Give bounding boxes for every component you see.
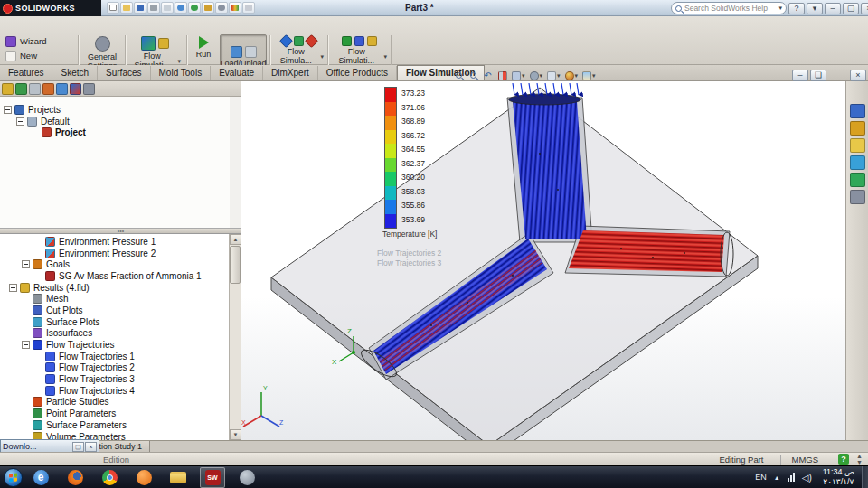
- collapse-icon[interactable]: [9, 284, 17, 292]
- section-view-icon[interactable]: [495, 69, 509, 82]
- view-palette-icon[interactable]: [850, 173, 865, 187]
- flow-tools-group[interactable]: Flow Simulati...▾: [331, 36, 387, 66]
- taskbar-chrome-icon[interactable]: [97, 467, 122, 488]
- options-icon[interactable]: [215, 2, 228, 14]
- tree-row[interactable]: Default: [0, 116, 230, 127]
- tree-row[interactable]: Project: [0, 127, 230, 138]
- tree-row[interactable]: Environment Pressure 2: [0, 248, 230, 259]
- help-button[interactable]: ?: [788, 3, 805, 14]
- tree-row[interactable]: Flow Trajectories 1: [0, 351, 230, 362]
- apply-scene-icon[interactable]: ▾: [580, 69, 598, 82]
- new-document-icon[interactable]: [107, 2, 119, 14]
- search-dropdown-icon[interactable]: ▾: [778, 5, 782, 12]
- previous-view-icon[interactable]: ↶: [481, 69, 495, 82]
- panel-splitter[interactable]: •••: [0, 228, 241, 234]
- undo-icon[interactable]: [175, 2, 187, 14]
- collapse-icon[interactable]: [22, 341, 30, 349]
- taskbar-settings-icon[interactable]: [234, 467, 259, 488]
- tree-row[interactable]: Goals: [0, 258, 230, 270]
- quick-tips-icon[interactable]: ?: [838, 454, 849, 465]
- hide-panel-tab-icon[interactable]: [83, 83, 95, 95]
- start-button[interactable]: [4, 468, 23, 487]
- zoom-area-icon[interactable]: [467, 69, 480, 82]
- tree-row[interactable]: SG Av Mass Fraction of Ammonia 1: [0, 270, 230, 282]
- tree-scrollbar[interactable]: ▲ ▼: [229, 234, 241, 440]
- tree-row[interactable]: Particle Studies: [0, 397, 230, 408]
- taskbar-firefox-icon[interactable]: [62, 467, 88, 488]
- graphics-area[interactable]: 373.23371.06 368.89366.72 364.55362.37 3…: [241, 81, 845, 440]
- tree-row[interactable]: Flow Trajectories 3: [0, 373, 230, 385]
- hide-show-items-icon[interactable]: ▾: [545, 69, 562, 82]
- collapse-icon[interactable]: [16, 117, 24, 126]
- design-library-icon[interactable]: [850, 121, 865, 136]
- display-style-icon[interactable]: ▾: [528, 69, 545, 82]
- zoom-fit-icon[interactable]: [452, 69, 466, 82]
- tree-row[interactable]: Flow Trajectories: [0, 339, 230, 351]
- file-explorer-icon[interactable]: [850, 138, 865, 153]
- scroll-down-icon[interactable]: ▼: [230, 429, 241, 440]
- open-icon[interactable]: [120, 2, 133, 14]
- tab-surfaces[interactable]: Surfaces: [98, 66, 150, 80]
- feature-manager-tab-icon[interactable]: [2, 83, 14, 95]
- tree-row[interactable]: Environment Pressure 1: [0, 236, 230, 248]
- save-icon[interactable]: [134, 2, 146, 14]
- taskbar-clock[interactable]: 11:34 ص ٢٠١٣/١/٧: [823, 467, 854, 487]
- file-properties-icon[interactable]: [202, 2, 214, 14]
- view-orientation-icon[interactable]: ▾: [510, 69, 527, 82]
- minimize-button[interactable]: –: [825, 3, 841, 14]
- tree-row[interactable]: Projects: [0, 104, 230, 116]
- print-icon[interactable]: [147, 2, 160, 14]
- tree-row[interactable]: Surface Parameters: [0, 419, 230, 431]
- taskbar-explorer-icon[interactable]: [165, 467, 191, 488]
- tree-row[interactable]: Cut Plots: [0, 305, 230, 316]
- appearances-pane-icon[interactable]: [850, 190, 865, 204]
- edit-appearance-icon[interactable]: ▾: [563, 69, 580, 82]
- download-restore-icon[interactable]: ❏: [72, 442, 84, 452]
- tab-sketch[interactable]: Sketch: [52, 66, 98, 80]
- taskbar-ie-icon[interactable]: e: [28, 467, 53, 488]
- flow-results-group[interactable]: Flow Simula...▾: [273, 36, 324, 66]
- resources-icon[interactable]: [850, 104, 865, 118]
- doc-restore-icon[interactable]: ❏: [810, 70, 826, 81]
- tree-row[interactable]: Surface Plots: [0, 316, 230, 328]
- tab-dimxpert[interactable]: DimXpert: [263, 66, 318, 80]
- doc-minimize-icon[interactable]: –: [792, 70, 808, 81]
- display-manager-tab-icon[interactable]: [56, 83, 68, 95]
- download-close-icon[interactable]: ×: [85, 442, 97, 452]
- options-dropdown-button[interactable]: ▾: [807, 3, 823, 14]
- taskbar-media-player-icon[interactable]: [131, 467, 156, 488]
- configuration-manager-tab-icon[interactable]: [29, 83, 41, 95]
- taskbar-solidworks-icon[interactable]: SW: [200, 467, 225, 488]
- tree-row[interactable]: Results (4.fld): [0, 282, 230, 294]
- language-indicator[interactable]: EN: [755, 473, 767, 482]
- expand-toolbar-icon[interactable]: [242, 2, 255, 14]
- search-input[interactable]: Search SolidWorks Help ▾: [671, 2, 787, 14]
- units-indicator[interactable]: MMGS: [780, 455, 819, 465]
- collapse-icon[interactable]: [22, 260, 30, 268]
- tree-row[interactable]: Mesh: [0, 293, 230, 305]
- property-manager-tab-icon[interactable]: [15, 83, 27, 95]
- tree-row[interactable]: Point Parameters: [0, 408, 230, 419]
- tab-mold-tools[interactable]: Mold Tools: [151, 66, 212, 80]
- tree-row[interactable]: Isosurfaces: [0, 328, 230, 340]
- search-pane-icon[interactable]: [850, 155, 865, 170]
- close-button[interactable]: ×: [861, 3, 868, 14]
- tree-row[interactable]: Flow Trajectories 4: [0, 385, 230, 397]
- tab-features[interactable]: Features: [0, 66, 52, 80]
- run-button[interactable]: Run: [190, 36, 217, 60]
- flow-simulation-tree-tab-icon[interactable]: [70, 83, 81, 95]
- rebuild-icon[interactable]: [188, 2, 201, 14]
- network-icon[interactable]: [788, 473, 795, 482]
- tree-row[interactable]: Flow Trajectories 2: [0, 362, 230, 374]
- dimxpert-manager-tab-icon[interactable]: [42, 83, 54, 95]
- wizard-button[interactable]: Wizard: [3, 34, 50, 48]
- new-project-button[interactable]: New: [3, 49, 40, 62]
- volume-icon[interactable]: ◁): [802, 473, 812, 483]
- scroll-up-icon[interactable]: ▲: [230, 234, 241, 245]
- tab-office-products[interactable]: Office Products: [318, 66, 397, 80]
- maximize-button[interactable]: ▢: [843, 3, 859, 14]
- hidden-icons-icon[interactable]: ▲: [774, 474, 780, 481]
- show-desktop-button[interactable]: [862, 466, 868, 488]
- collapse-icon[interactable]: [4, 106, 12, 114]
- print-preview-icon[interactable]: [161, 2, 174, 14]
